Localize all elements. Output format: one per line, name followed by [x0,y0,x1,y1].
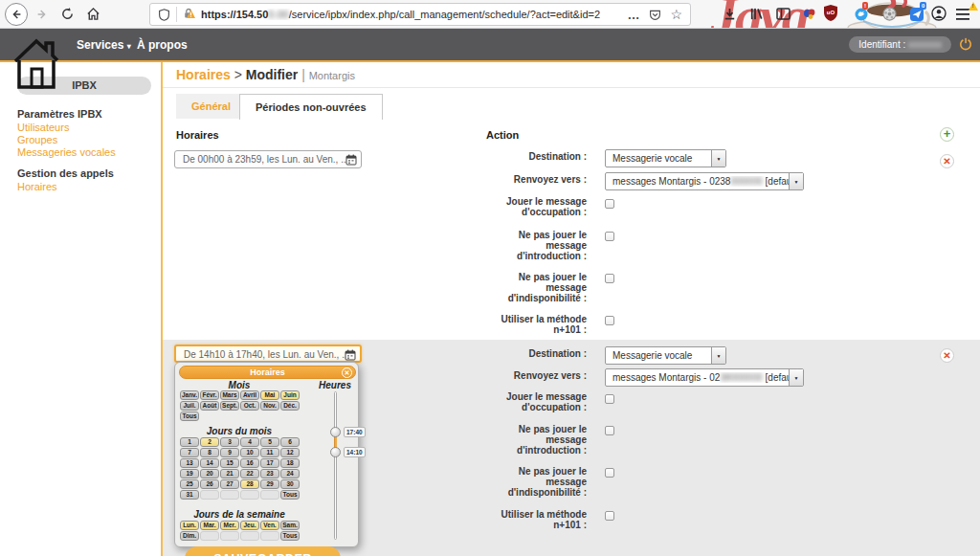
day-button-28[interactable]: 28 [240,479,259,489]
tab-periodes-non-ouvrees[interactable]: Périodes non-ouvrées [239,94,383,120]
month-button-Mars[interactable]: Mars [220,390,239,400]
reload-button[interactable] [60,7,75,21]
month-button-Janv[interactable]: Janv. [180,390,199,400]
day-button-5[interactable]: 5 [260,437,279,447]
day-button-25[interactable]: 25 [180,479,199,489]
breadcrumb-horaires-link[interactable]: Horaires [176,67,231,82]
home-house-icon[interactable] [11,34,61,90]
n101-checkbox[interactable] [605,316,614,325]
extension-blue-icon[interactable] [855,8,868,21]
sidebar-item-utilisateurs[interactable]: Utilisateurs [17,122,69,133]
hours-slider-handle-upper[interactable] [330,427,341,437]
weekday-button-Ven[interactable]: Ven. [260,521,279,530]
remove-period-button[interactable]: ✕ [940,348,954,363]
renvoyez-select[interactable]: messages Montargis - 0238000000 [default… [605,172,804,190]
introduction-checkbox[interactable] [605,426,614,435]
month-button-Mai[interactable]: Mai [260,390,279,400]
day-button-16[interactable]: 16 [240,458,259,468]
about-menu[interactable]: À propos [137,38,188,52]
bookmark-star-icon[interactable]: ☆ [670,7,682,22]
logout-power-icon[interactable] [959,37,972,51]
save-button[interactable]: SAUVEGARDER [185,546,341,556]
weekday-button-Jeu[interactable]: Jeu. [240,521,259,530]
weekday-button-Dim[interactable]: Dim. [180,531,199,541]
days-all-button[interactable]: Tous [280,490,300,500]
day-button-19[interactable]: 19 [180,469,199,478]
day-button-15[interactable]: 15 [220,458,239,468]
pocket-icon[interactable] [649,9,661,21]
library-icon[interactable] [749,7,764,21]
forward-button[interactable] [35,8,49,21]
hours-slider-handle-lower[interactable] [330,447,341,457]
tab-general[interactable]: Général [176,94,246,119]
weekday-button-Mar[interactable]: Mar. [200,521,219,530]
lock-warning-icon[interactable] [183,6,194,23]
occupation-checkbox[interactable] [605,394,614,404]
day-button-18[interactable]: 18 [280,458,300,468]
day-button-20[interactable]: 20 [200,469,219,478]
month-button-Août[interactable]: Août [200,401,219,411]
url-bar[interactable]: https://154.500.00/service/ipbx/index.ph… [149,3,691,26]
day-button-7[interactable]: 7 [180,448,199,457]
close-icon[interactable]: ✕ [342,367,352,378]
schedule-input-1[interactable]: De 00h00 à 23h59, les Lun. au Ven., ... [174,150,362,168]
renvoyez-select[interactable]: messages Montargis - 0238000000 [default… [605,368,804,387]
calendar-icon[interactable] [345,349,356,361]
day-button-30[interactable]: 30 [280,479,300,489]
extension-wheel-icon[interactable] [882,7,897,21]
weekdays-all-button[interactable]: Tous [280,531,300,541]
menu-hamburger-icon[interactable] [956,9,969,20]
day-button-6[interactable]: 6 [280,437,300,447]
page-actions-icon[interactable]: … [627,8,640,22]
home-button[interactable] [86,7,100,21]
day-button-2[interactable]: 2 [200,437,219,447]
month-button-Juil[interactable]: Juil. [180,401,199,411]
day-button-9[interactable]: 9 [220,448,239,457]
weekday-button-Lun[interactable]: Lun. [180,521,199,530]
day-button-17[interactable]: 17 [260,458,279,468]
day-button-12[interactable]: 12 [280,448,300,457]
extension-plane-icon[interactable] [910,8,924,21]
calendar-icon[interactable] [345,154,357,166]
weekday-button-Mer[interactable]: Mer. [220,521,239,530]
schedule-input-2[interactable]: De 14h10 à 17h40, les Lun. au Ven., ... [174,345,362,363]
month-button-Oct[interactable]: Oct. [240,401,259,411]
occupation-checkbox[interactable] [605,199,614,209]
day-button-13[interactable]: 13 [180,458,199,468]
day-button-1[interactable]: 1 [180,437,199,447]
introduction-checkbox[interactable] [605,232,614,241]
tracking-shield-icon[interactable] [158,9,170,21]
extension-ball-icon[interactable] [803,8,816,21]
day-button-23[interactable]: 23 [260,469,279,478]
downloads-icon[interactable] [723,7,737,21]
hours-slider-track[interactable] [334,391,337,540]
day-button-21[interactable]: 21 [220,469,239,478]
month-button-Nov[interactable]: Nov. [260,401,279,411]
indisponibilite-checkbox[interactable] [605,274,614,283]
day-button-11[interactable]: 11 [260,448,279,457]
services-menu[interactable]: Services ▾ [77,38,131,52]
destination-select[interactable]: Messagerie vocale▼ [605,346,726,365]
month-button-Déc[interactable]: Déc. [280,401,300,411]
day-button-14[interactable]: 14 [200,458,219,468]
add-period-button[interactable]: + [940,127,954,142]
month-button-Avril[interactable]: Avril [240,390,259,400]
day-button-27[interactable]: 27 [220,479,239,489]
sidebar-toggle-icon[interactable] [776,8,791,20]
sidebar-item-horaires[interactable]: Horaires [17,181,57,192]
remove-period-button[interactable]: ✕ [940,154,954,168]
ublock-shield-icon[interactable]: uO [824,5,837,21]
indisponibilite-checkbox[interactable] [605,468,614,478]
popup-title-bar[interactable]: Horaires ✕ [179,366,356,379]
day-button-22[interactable]: 22 [240,469,259,478]
back-button[interactable] [5,3,28,26]
n101-checkbox[interactable] [605,511,614,521]
month-button-Sept[interactable]: Sept. [220,401,239,411]
sidebar-item-groupes[interactable]: Groupes [17,134,57,145]
sidebar-item-messageries[interactable]: Messageries vocales [17,146,116,158]
day-button-10[interactable]: 10 [240,448,259,457]
day-button-8[interactable]: 8 [200,448,219,457]
day-button-24[interactable]: 24 [280,469,300,478]
day-button-3[interactable]: 3 [220,437,239,447]
month-button-Juin[interactable]: Juin [280,390,300,400]
